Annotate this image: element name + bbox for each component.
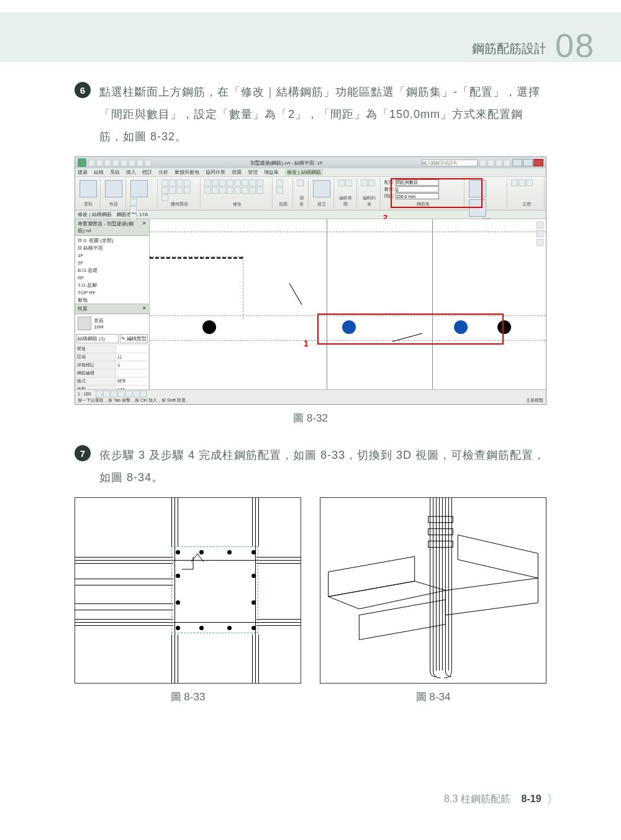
window-buttons[interactable] — [512, 159, 543, 166]
page-footer: 8.3 柱鋼筋配筋 8-19 〉 — [444, 791, 559, 808]
window-title: 別墅建築(鋼筋).rvt - 結構平面: 1F — [153, 160, 420, 166]
tree-item[interactable]: TOP RF — [78, 289, 147, 297]
ribbon-select[interactable]: 選取 — [76, 178, 101, 209]
tab[interactable]: 增益集 — [264, 169, 279, 176]
properties-title: 性質✕ — [75, 304, 149, 314]
type-name: 直筋 — [94, 317, 104, 324]
footer-section: 8.3 柱鋼筋配筋 — [444, 793, 510, 804]
close-icon[interactable]: ✕ — [142, 305, 147, 312]
tree-item[interactable]: ⊟ 0. 視圖 (全部) — [78, 237, 147, 245]
tab[interactable]: 視圖 — [232, 169, 242, 176]
rebar-dot[interactable] — [202, 320, 216, 334]
svg-rect-10 — [428, 541, 453, 548]
spacing-label: 間距: — [384, 193, 394, 199]
ribbon-properties[interactable]: 性質 — [102, 178, 126, 209]
figures-row: 圖 8-33 — [75, 497, 546, 723]
page-number: 8-19 — [522, 793, 542, 804]
chapter-header: 鋼筋配筋設計 08 — [0, 12, 621, 62]
project-browser-title: 專案瀏覽器 - 別墅建築(鋼筋).rvt✕ — [75, 219, 149, 236]
ribbon-clipboard[interactable]: 剪貼簿 — [127, 178, 158, 209]
tab[interactable]: 分析 — [158, 169, 168, 176]
options-label: 修改 | 結構鋼筋 — [78, 211, 112, 218]
qat-icons[interactable] — [88, 160, 152, 166]
figure-8-34 — [320, 497, 546, 684]
ribbon-presentation[interactable]: 簡報 — [466, 178, 507, 209]
project-browser-tree[interactable]: ⊟ 0. 視圖 (全部) ⊟ 結構平面 1F 2F B.O.基礎 RF T.O.… — [75, 236, 149, 304]
type-image — [78, 317, 91, 330]
3d-rebar-view — [320, 498, 546, 683]
tree-item[interactable]: 敷地 — [78, 297, 147, 304]
ribbon-measure[interactable]: 測量 — [294, 178, 308, 209]
ribbon-modify[interactable]: 修改 — [202, 178, 273, 209]
create-icon[interactable] — [313, 180, 330, 197]
ribbon-geometry[interactable]: 幾何圖形 — [159, 178, 201, 209]
figure-8-33-caption: 圖 8-33 — [75, 690, 301, 704]
left-panel: 專案瀏覽器 - 別墅建築(鋼筋).rvt✕ ⊟ 0. 視圖 (全部) ⊟ 結構平… — [75, 219, 150, 389]
annotation-box-1 — [317, 314, 504, 345]
paste-icon[interactable] — [130, 180, 148, 197]
tree-item[interactable]: ⊟ 結構平面 — [78, 245, 147, 252]
ribbon-host[interactable]: 主體 — [509, 178, 545, 209]
tab[interactable]: 標註 — [142, 169, 152, 176]
tree-item[interactable]: 2F — [78, 260, 147, 267]
help-search[interactable] — [422, 160, 478, 166]
properties-panel[interactable]: 直筋 16M 結構鋼筋 (1) ✎ 編輯類型 營造 區域11 排程標記3 — [75, 314, 149, 389]
tree-item[interactable]: B.O.基礎 — [78, 267, 147, 274]
status-model: 主要模型 — [526, 397, 543, 404]
type-size: 16M — [94, 324, 104, 330]
view-scale[interactable]: 1 : 100 — [78, 392, 91, 396]
properties-table[interactable]: 營造 區域11 排程標記3 鋼筋編號 樣式標準 造型17A 造型影像<無> 彎鉤… — [75, 345, 149, 389]
tab-active[interactable]: 修改 | 結構鋼筋 — [285, 169, 323, 176]
arrow-icon[interactable] — [79, 180, 97, 197]
edit-type-button[interactable]: ✎ 編輯類型 — [120, 334, 148, 343]
nav-bar[interactable] — [537, 222, 543, 246]
tick-mark — [289, 283, 302, 305]
tab[interactable]: 建築 — [78, 169, 88, 176]
revit-ribbon[interactable]: 選取 性質 剪貼簿 幾何圖形 修改 視圖 測量 建立 編輯草圖 編輯約束 配置:… — [75, 177, 546, 210]
revit-tabs[interactable]: 建築 結構 系統 插入 標註 分析 量體與敷地 協同作業 視圖 管理 增益集 修… — [75, 168, 546, 177]
ribbon-edit-sketch[interactable]: 編輯草圖 — [335, 178, 358, 209]
spacing-field[interactable] — [396, 193, 439, 199]
revit-canvas[interactable]: 1 — [150, 219, 546, 389]
chevron-right-icon: 〉 — [546, 792, 559, 806]
revit-titlebar: 別墅建築(鋼筋).rvt - 結構平面: 1F — [75, 157, 546, 168]
layout-dropdown[interactable] — [396, 179, 439, 186]
qty-label: 數量: — [384, 186, 394, 192]
ribbon-view[interactable]: 視圖 — [274, 178, 293, 209]
ribbon-edit-constraint[interactable]: 編輯約束 — [358, 178, 381, 209]
page-content: 6 點選柱斷面上方鋼筋，在「修改｜結構鋼筋」功能區點選「鋼筋集」-「配置」，選擇… — [75, 81, 546, 723]
figure-8-32: 別墅建築(鋼筋).rvt - 結構平面: 1F 建築 結構 系統 插入 標註 分… — [75, 156, 546, 405]
status-hint: 按一下以選取，按 Tab 突擊，按 Ctrl 加入，按 Shift 除選。 — [78, 397, 190, 404]
tree-item[interactable]: RF — [78, 274, 147, 282]
tab[interactable]: 管理 — [248, 169, 258, 176]
chapter-number: 08 — [555, 26, 595, 65]
ribbon-create[interactable]: 建立 — [310, 178, 334, 209]
step-6-text: 點選柱斷面上方鋼筋，在「修改｜結構鋼筋」功能區點選「鋼筋集」-「配置」，選擇「間… — [99, 81, 546, 148]
step-6-badge: 6 — [75, 82, 91, 98]
tree-item[interactable]: T.O.基腳 — [78, 282, 147, 289]
ribbon-rebar-set[interactable]: 配置: 數量: 間距: 鋼筋集 — [382, 178, 465, 209]
qty-field[interactable] — [396, 186, 439, 192]
revit-window: 別墅建築(鋼筋).rvt - 結構平面: 1F 建築 結構 系統 插入 標註 分… — [75, 156, 546, 405]
layout-label: 配置: — [384, 179, 394, 186]
tab[interactable]: 協同作業 — [206, 169, 225, 176]
view-controls[interactable] — [96, 391, 147, 397]
tab[interactable]: 系統 — [110, 169, 120, 176]
step-7-badge: 7 — [75, 445, 91, 461]
revit-body: 專案瀏覽器 - 別墅建築(鋼筋).rvt✕ ⊟ 0. 視圖 (全部) ⊟ 結構平… — [75, 219, 546, 389]
tab[interactable]: 插入 — [126, 169, 136, 176]
tree-item[interactable]: 1F — [78, 252, 147, 260]
step-7-text: 依步驟 3 及步驟 4 完成柱鋼筋配置，如圖 8-33，切換到 3D 視圖，可檢… — [99, 444, 546, 489]
svg-rect-9 — [428, 529, 453, 535]
tab[interactable]: 結構 — [94, 169, 104, 176]
status-bar: 1 : 100 按一下以選取，按 Tab 突擊，按 Ctrl 加入，按 Shif… — [75, 389, 546, 404]
close-icon[interactable]: ✕ — [142, 220, 147, 234]
figure-8-33 — [75, 497, 301, 684]
props-icon[interactable] — [105, 180, 122, 197]
figure-8-34-caption: 圖 8-34 — [320, 690, 546, 704]
title-right-icons[interactable] — [479, 160, 510, 166]
selector-dropdown[interactable]: 結構鋼筋 (1) — [76, 334, 119, 343]
figure-8-32-caption: 圖 8-32 — [75, 411, 546, 425]
tab[interactable]: 量體與敷地 — [175, 169, 199, 176]
app-icon — [78, 158, 86, 167]
